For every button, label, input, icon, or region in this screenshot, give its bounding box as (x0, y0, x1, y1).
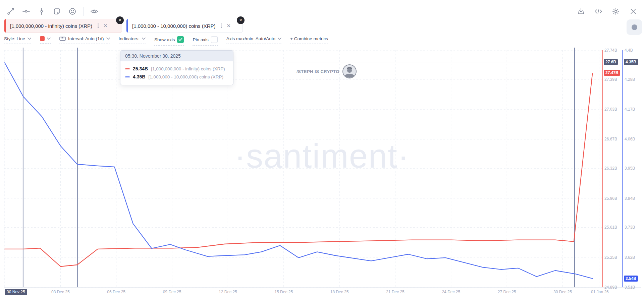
tooltip-series-label: [1,000,000 - 10,000,000) coins (XRP) (148, 74, 223, 79)
interval-label: Interval: Auto (1d) (68, 36, 104, 41)
style-selector[interactable]: Style: Line (4, 36, 31, 44)
chart-tooltip: 05:30, November 30, 2025 25.34B[1,000,00… (120, 50, 233, 85)
tooltip-body: 25.34B[1,000,000,000 - infinity) coins (… (120, 61, 233, 85)
metric-tab-blue[interactable]: [1,000,000 - 10,000,000) coins (XRP) ✕ ✕ (126, 19, 243, 33)
drawing-toolbar (5, 5, 100, 17)
red-axis-tick: 25.96B (604, 196, 617, 201)
x-axis-date-tick: 27 Dec 25 (498, 290, 516, 294)
latest-red-value-badge: 27.47B (604, 70, 620, 76)
blue-axis-tick: 4.4B (625, 48, 633, 53)
x-axis-date-tick: 09 Dec 25 (163, 290, 181, 294)
dot-icon (632, 24, 637, 30)
red-axis-tick: 27.74B (604, 48, 617, 53)
kebab-menu-icon[interactable] (96, 22, 100, 29)
blue-axis-tick: 3.62B (625, 255, 635, 260)
series-dash-icon (125, 68, 130, 69)
x-axis-date-badge: 30 Nov 25 (5, 289, 27, 295)
chevron-down-icon (142, 38, 146, 40)
chevron-down-icon (278, 38, 281, 40)
blue-axis-tick: 3.84B (625, 196, 635, 201)
latest-blue-value-badge: 3.54B (624, 276, 638, 282)
red-axis-tick: 26.32B (604, 166, 617, 171)
blue-axis-tick: 3.95B (625, 166, 635, 171)
red-axis-tick: 25.61B (604, 225, 617, 230)
pin-axis-label: Pin axis (193, 37, 208, 42)
dot-button[interactable] (627, 19, 642, 35)
horizontal-line-tool-icon[interactable] (20, 5, 32, 17)
hide-tools-eye-icon[interactable] (88, 5, 100, 17)
red-axis-tick: 27.39B (604, 77, 617, 82)
show-axis-checkbox[interactable] (177, 36, 184, 43)
note-tool-icon[interactable] (51, 5, 63, 17)
author-avatar (342, 64, 357, 78)
tab-close-icon[interactable]: ✕ (103, 23, 108, 29)
x-axis-date-tick: 01 Jan 26 (591, 290, 609, 294)
series-color-swatch (40, 36, 45, 41)
indicators-label: Indicators: (119, 36, 140, 41)
pin-axis-checkbox[interactable] (211, 36, 218, 43)
x-axis-date-tick: 24 Dec 25 (442, 290, 460, 294)
style-label: Style: Line (4, 36, 25, 41)
toolbar-divider (83, 7, 84, 16)
red-axis-tick: 26.67B (604, 137, 617, 141)
red-axis-tick: 27.03B (604, 107, 617, 112)
tab-remove-badge-icon[interactable]: ✕ (116, 16, 124, 24)
download-icon[interactable] (575, 5, 587, 17)
axis-maxmin-selector[interactable]: Axis max/min: Auto/Auto (226, 36, 281, 44)
show-axis-label: Show axis (154, 37, 175, 42)
tooltip-series-row: 4.35B[1,000,000 - 10,000,000) coins (XRP… (125, 73, 228, 81)
axis-maxmin-label: Axis max/min: Auto/Auto (226, 36, 275, 41)
tab-accent-bar (126, 19, 128, 33)
ruler-icon (59, 36, 66, 41)
tooltip-series-label: [1,000,000,000 - infinity) coins (XRP) (151, 66, 225, 71)
tooltip-series-value: 4.35B (133, 74, 145, 79)
blue-axis-tick: 3.51B (625, 285, 635, 290)
blue-axis-tick: 4.28B (625, 77, 635, 82)
metric-tab-label: [1,000,000,000 - infinity) coins (XRP) (10, 23, 92, 29)
red-axis-tick: 25.25B (604, 255, 617, 260)
color-selector[interactable] (40, 36, 51, 44)
series-dash-icon (125, 76, 130, 77)
tab-close-icon[interactable]: ✕ (226, 23, 231, 29)
vertical-line-tool-icon[interactable] (36, 5, 48, 17)
kebab-menu-icon[interactable] (219, 22, 223, 29)
author-name: /STEPH IS CRYPTO (297, 69, 339, 74)
metric-tab-red[interactable]: [1,000,000,000 - infinity) coins (XRP) ✕… (4, 19, 122, 33)
chevron-down-icon (106, 38, 110, 40)
crosshair-red-value-badge: 27.6B (604, 59, 618, 65)
show-axis-toggle[interactable]: Show axis (154, 36, 184, 46)
embed-code-icon[interactable] (592, 5, 604, 17)
chevron-down-icon (28, 38, 31, 40)
tooltip-timestamp: 05:30, November 30, 2025 (120, 51, 233, 61)
pin-axis-toggle[interactable]: Pin axis (193, 36, 217, 46)
x-axis-date-tick: 30 Dec 25 (553, 290, 572, 294)
chart-actions-toolbar (575, 5, 639, 17)
tab-accent-bar (4, 19, 6, 33)
x-axis-date-tick: 21 Dec 25 (386, 290, 405, 294)
trend-line-tool-icon[interactable] (5, 5, 17, 17)
x-axis-date-tick: 06 Dec 25 (107, 290, 125, 294)
author-badge: /STEPH IS CRYPTO (297, 64, 357, 78)
chevron-down-icon (47, 38, 51, 40)
x-axis-date-tick: 03 Dec 25 (51, 290, 70, 294)
blue-axis-tick: 4.06B (625, 137, 635, 141)
tooltip-series-row: 25.34B[1,000,000,000 - infinity) coins (… (125, 65, 228, 73)
interval-selector[interactable]: Interval: Auto (1d) (59, 36, 110, 44)
metric-tab-label: [1,000,000 - 10,000,000) coins (XRP) (132, 23, 215, 29)
blue-axis-tick: 3.73B (625, 225, 635, 230)
chart-controls-row: Style: Line Interval: Auto (1d) Indicato… (4, 36, 328, 46)
combine-metrics-button[interactable]: + Combine metrics (290, 36, 328, 44)
tooltip-series-value: 25.34B (133, 66, 148, 71)
x-axis-date-tick: 12 Dec 25 (219, 290, 237, 294)
x-axis-date-tick: 15 Dec 25 (274, 290, 293, 294)
crosshair-blue-value-badge: 4.35B (624, 59, 638, 65)
indicators-selector[interactable]: Indicators: (119, 36, 146, 44)
close-icon[interactable] (627, 5, 639, 17)
combine-metrics-label: + Combine metrics (290, 36, 328, 41)
blue-axis-tick: 4.17B (625, 107, 635, 112)
emoji-tool-icon[interactable] (66, 5, 78, 17)
red-axis-tick: 24.89B (604, 285, 617, 290)
tab-remove-badge-icon[interactable]: ✕ (237, 16, 245, 24)
settings-gear-icon[interactable] (610, 5, 622, 17)
x-axis-date-tick: 18 Dec 25 (330, 290, 349, 294)
